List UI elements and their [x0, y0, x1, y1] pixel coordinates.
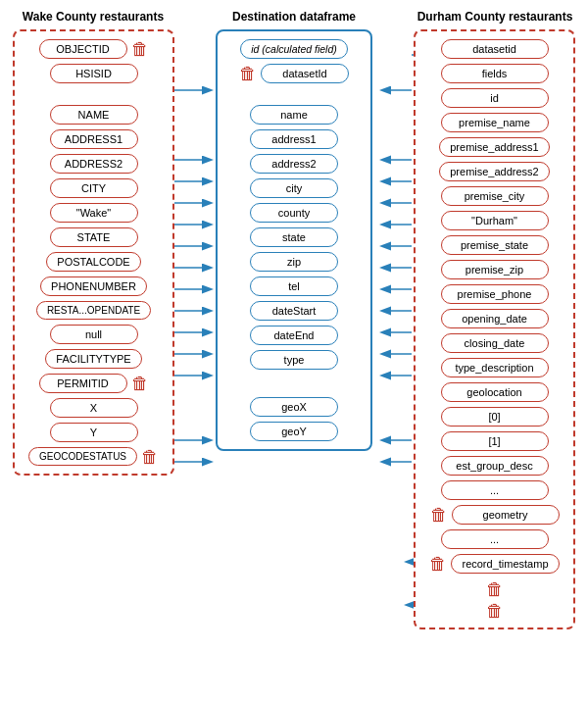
- field-premise-phone: premise_phone: [441, 284, 549, 304]
- field-opendate: RESTA...OPENDATE: [36, 301, 151, 320]
- right-column: datasetid fields id premise_name premise…: [414, 29, 575, 629]
- field-hsisid: HSISID: [50, 64, 138, 83]
- right-column-title: Durham County restaurants: [416, 10, 573, 24]
- field-dateend-center: dateEnd: [250, 326, 338, 345]
- field-geometry: geometry: [452, 505, 560, 525]
- field-postalcode: POSTALCODE: [46, 252, 140, 272]
- center-fields-box: id (calculated field) 🗑 datasetId name a…: [216, 29, 372, 451]
- left-row-hsisid: HSISID: [50, 64, 138, 83]
- trash-icon-record-timestamp[interactable]: 🗑: [429, 555, 447, 573]
- field-opening-date: opening_date: [441, 309, 549, 328]
- field-address1: ADDRESS1: [50, 129, 138, 149]
- field-objectid: OBJECTID: [39, 39, 127, 59]
- left-column-title: Wake County restaurants: [15, 10, 172, 24]
- field-datasetid-right: datasetid: [441, 39, 549, 59]
- field-premise-address1: premise_address1: [439, 137, 550, 157]
- right-row-geometry: 🗑 geometry: [430, 505, 560, 525]
- field-county-center: county: [250, 203, 338, 223]
- field-datasetid-center: datasetId: [261, 64, 349, 83]
- center-column-title: Destination dataframe: [216, 10, 372, 24]
- trash-icon-permitid[interactable]: 🗑: [131, 375, 149, 392]
- field-tel-center: tel: [250, 276, 338, 296]
- field-fields: fields: [441, 64, 549, 83]
- field-address2: ADDRESS2: [50, 154, 138, 174]
- field-permitid: PERMITID: [39, 374, 127, 393]
- field-geoy-center: geoY: [250, 422, 338, 441]
- field-est-group-desc: est_group_desc: [441, 456, 549, 476]
- left-column: OBJECTID 🗑 HSISID NAME ADDRESS1 ADDRESS2…: [13, 29, 174, 476]
- field-name-left: NAME: [50, 105, 138, 125]
- field-state-center: state: [250, 227, 338, 247]
- left-row-permitid: PERMITID 🗑: [39, 374, 149, 393]
- left-row-objectid: OBJECTID 🗑: [39, 39, 149, 59]
- field-index0: [0]: [441, 407, 549, 427]
- field-id-calc: id (calculated field): [240, 39, 348, 59]
- field-premise-zip: premise_zip: [441, 260, 549, 279]
- field-null: null: [50, 325, 138, 344]
- trash-icon-extra2[interactable]: 🗑: [486, 602, 504, 620]
- diagram-container: Wake County restaurants Destination data…: [0, 0, 588, 639]
- field-geolocation: geolocation: [441, 382, 549, 402]
- field-geocodestatus: GEOCODESTATUS: [28, 447, 137, 466]
- trash-icon-extra1[interactable]: 🗑: [486, 580, 504, 598]
- field-record-timestamp: record_timestamp: [451, 554, 559, 574]
- left-row-geocodestatus: GEOCODESTATUS 🗑: [28, 447, 159, 466]
- field-phonenumber: PHONENUMBER: [40, 276, 147, 296]
- field-wake: "Wake": [50, 203, 138, 223]
- field-city: CITY: [50, 178, 138, 198]
- field-zip-center: zip: [250, 252, 338, 272]
- left-fields-box: OBJECTID 🗑 HSISID NAME ADDRESS1 ADDRESS2…: [13, 29, 174, 476]
- trash-icon-geocodestatus[interactable]: 🗑: [141, 448, 159, 466]
- field-type-center: type: [250, 350, 338, 370]
- trash-icon-geometry[interactable]: 🗑: [430, 506, 448, 524]
- field-id-right: id: [441, 88, 549, 108]
- trash-icon-objectid[interactable]: 🗑: [131, 40, 149, 58]
- field-address1-center: address1: [250, 129, 338, 149]
- right-row-record-timestamp: 🗑 record_timestamp: [429, 554, 559, 574]
- field-ellipsis1: ...: [441, 480, 549, 500]
- field-closing-date: closing_date: [441, 333, 549, 353]
- center-row-datasetid: 🗑 datasetId: [239, 64, 349, 83]
- field-x: X: [50, 398, 138, 418]
- field-durham: "Durham": [441, 211, 549, 230]
- field-city-center: city: [250, 178, 338, 198]
- field-address2-center: address2: [250, 154, 338, 174]
- field-premise-state: premise_state: [441, 235, 549, 255]
- field-state: STATE: [50, 227, 138, 247]
- field-y: Y: [50, 423, 138, 442]
- field-name-center: name: [250, 105, 338, 125]
- field-facilitytype: FACILITYTYPE: [45, 349, 141, 369]
- field-geox-center: geoX: [250, 397, 338, 417]
- right-fields-box: datasetid fields id premise_name premise…: [414, 29, 575, 629]
- center-column: id (calculated field) 🗑 datasetId name a…: [216, 29, 372, 451]
- field-premise-address2: premise_address2: [439, 162, 550, 181]
- field-premise-name: premise_name: [441, 113, 549, 132]
- field-ellipsis2: ...: [441, 529, 549, 549]
- field-datestart-center: dateStart: [250, 301, 338, 321]
- trash-icon-datasetid[interactable]: 🗑: [239, 65, 257, 82]
- field-index1: [1]: [441, 431, 549, 451]
- field-premise-city: premise_city: [441, 186, 549, 206]
- field-type-description: type_description: [441, 358, 549, 377]
